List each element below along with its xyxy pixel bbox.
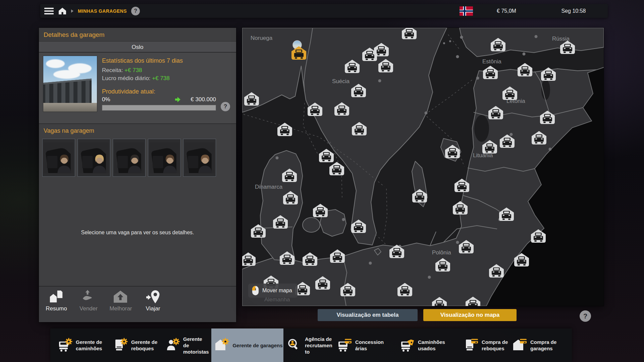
garage-gear-icon [215,338,229,353]
breadcrumb: MINHAS GARAGENS [78,8,127,14]
move-map-hint: Mover mapa [248,284,298,298]
stats-section: Estatísticas dos últimos 7 dias Receita:… [39,53,236,123]
country-label-dinamarca: Dinamarca [255,184,283,190]
nav-item-trucks[interactable]: Gerente de caminhões [55,328,109,362]
nav-item-garage-purchase[interactable]: Compra de garagens [510,328,572,362]
nav-item-recruitment[interactable]: Agência de recrutamento [284,328,334,362]
map-svg[interactable]: NoruegaSuéciaEstôniaRússiaLetôniaLituâni… [242,28,604,306]
trailer-gear-icon [113,338,128,353]
manager-navbar: Gerente de caminhõesGerente de reboquesG… [50,328,572,362]
productivity-percent: 0% [102,96,110,103]
nav-item-drivers[interactable]: Gerente de motoristas [163,328,210,362]
menu-icon[interactable] [44,8,54,14]
productivity-help-icon[interactable]: ? [221,102,230,111]
garage-slot-thumbnail[interactable] [148,139,181,177]
productivity-amount: € 300.000 [183,96,216,103]
garage-photo [43,56,97,112]
nav-item-label: Concessionárias [355,339,385,352]
upgrade-icon [113,289,128,304]
action-label: Melhorar [109,305,132,312]
nav-item-garages[interactable]: Gerente de garagens [211,328,283,362]
mouse-icon [252,286,259,296]
garage-slot-thumbnail[interactable] [42,139,75,177]
nav-item-label: Gerente de reboques [131,339,161,352]
trailer-purchase-icon [464,338,479,353]
truck-gear-icon [58,338,73,353]
revenue-value: +€ 738 [124,67,142,73]
country-label-suecia: Suécia [332,78,350,84]
action-label: Vender [79,305,98,312]
map-view-button[interactable]: Visualização no mapa [423,309,517,321]
daily-profit-label: Lucro médio diário: [102,75,151,81]
travel-icon [145,289,161,304]
dealer-icon [337,338,352,353]
truck-driver-thumbnail [44,140,73,175]
slot-hint: Selecione uma vaga para ver os seus deta… [39,230,236,236]
nav-item-used-trucks[interactable]: Caminhões usados [397,328,460,362]
summary-button[interactable]: Resumo [40,289,72,312]
garage-name[interactable]: Oslo [39,42,236,53]
country-label-polonia: Polônia [432,249,451,256]
action-label: Resumo [46,305,67,312]
game-datetime: Seg 10:58 [540,4,607,18]
country-label-noruega: Noruega [251,35,273,41]
sell-button: Vender [72,289,105,312]
country-label-estonia: Estônia [482,58,501,65]
breadcrumb-arrow-icon [71,9,73,13]
actions-row: ResumoVenderMelhorarViajar [40,289,169,312]
garage-marker[interactable] [402,28,417,39]
nav-item-trailers[interactable]: Gerente de reboques [111,328,161,362]
screen-help-icon[interactable]: ? [580,310,591,322]
screen: MINHAS GARAGENS ? € 75,0M Seg 10:58 Deta… [0,0,644,362]
nav-item-label: Compra de reboques [482,339,509,352]
slots-title: Vagas na garagem [44,127,94,134]
used-trucks-icon [400,338,415,353]
driver-gear-icon [165,338,180,353]
productivity-label: Produtividade atual: [102,88,155,95]
revenue-label: Receita: [102,67,123,73]
table-view-button[interactable]: Visualização em tabela [318,309,418,321]
sell-icon [81,289,96,304]
recruitment-icon [287,338,302,353]
nav-item-label: Gerente de garagens [232,342,282,349]
truck-driver-thumbnail [150,140,179,175]
truck-driver-thumbnail [185,140,214,175]
nav-item-label: Gerente de caminhões [76,339,109,352]
nav-item-label: Compra de garagens [530,339,572,352]
nav-item-label: Caminhões usados [418,339,459,352]
breadcrumb-help-icon[interactable]: ? [131,7,140,15]
productivity-bar [102,105,216,111]
norway-flag-icon[interactable] [460,6,473,16]
garage-slot-thumbnail[interactable] [77,139,110,177]
productivity-up-arrow-icon [174,97,181,103]
travel-button[interactable]: Viajar [137,289,169,312]
action-label: Viajar [146,305,160,312]
nav-item-dealers[interactable]: Concessionárias [335,328,385,362]
top-bar: MINHAS GARAGENS ? € 75,0M Seg 10:58 [40,4,608,18]
garage-details-panel: Detalhes da garagem Oslo Estatísticas do… [39,28,236,322]
truck-driver-thumbnail [114,140,144,175]
garage-purchase-icon [513,338,527,353]
nav-item-label: Gerente de motoristas [183,336,209,355]
map-panel[interactable]: NoruegaSuéciaEstôniaRússiaLetôniaLituâni… [242,28,604,306]
nav-item-trailer-purchase[interactable]: Compra de reboques [461,328,509,362]
nav-item-label: Agência de recrutamento [305,336,334,355]
home-icon[interactable] [58,7,67,15]
truck-driver-thumbnail [79,140,109,175]
panel-title: Detalhes da garagem [39,28,236,42]
upgrade-button: Melhorar [105,289,137,312]
garage-slot-thumbnail[interactable] [183,139,216,177]
garage-actions: ResumoVenderMelhorarViajar [39,286,236,322]
slots-section: Vagas na garagem Selec [39,123,236,286]
money-balance: € 75,0M [473,4,540,18]
daily-profit-row: Lucro médio diário: +€ 738 [102,75,170,82]
revenue-row: Receita: +€ 738 [102,67,142,74]
garage-slot-thumbnail[interactable] [113,139,146,177]
summary-icon [49,289,64,304]
daily-profit-value: +€ 738 [152,75,169,81]
slot-thumbnails [42,139,216,177]
move-map-label: Mover mapa [262,288,292,294]
stats-title: Estatísticas dos últimos 7 dias [102,57,183,64]
